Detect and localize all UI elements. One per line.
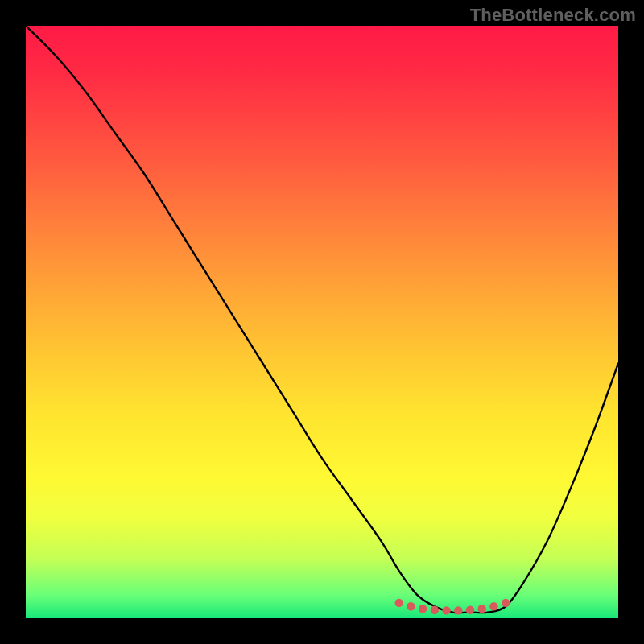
optimal-dot	[454, 606, 462, 614]
optimal-dot	[395, 599, 403, 607]
optimal-dot	[419, 605, 427, 613]
bottleneck-curve	[26, 26, 618, 613]
optimal-dot	[502, 599, 510, 607]
chart-frame: TheBottleneck.com	[0, 0, 644, 644]
optimal-dot	[466, 606, 474, 614]
curve-layer	[26, 26, 618, 618]
watermark-text: TheBottleneck.com	[470, 5, 636, 26]
optimal-dot	[489, 602, 497, 610]
optimal-dot	[478, 605, 486, 613]
optimal-dot	[407, 602, 415, 610]
optimal-dot	[431, 606, 439, 614]
optimal-dot	[442, 606, 450, 614]
